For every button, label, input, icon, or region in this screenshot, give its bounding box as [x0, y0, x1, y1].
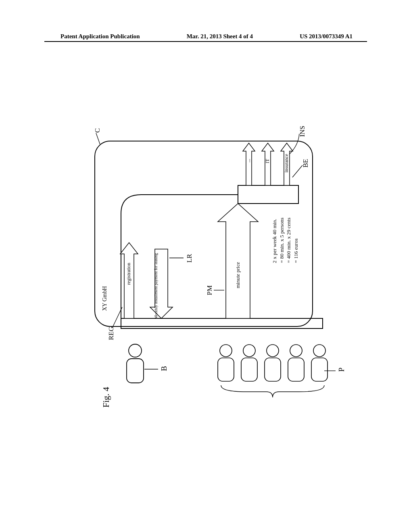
arrow-dots — [243, 143, 255, 185]
label-be: BE — [302, 159, 310, 168]
svg-point-6 — [267, 345, 279, 357]
svg-rect-5 — [241, 358, 257, 381]
svg-point-8 — [290, 345, 302, 357]
label-p: P — [337, 368, 346, 372]
leader-c — [96, 133, 100, 144]
text-dots: ... — [246, 159, 252, 162]
label-lr: LR — [186, 254, 194, 263]
leader-be — [292, 165, 302, 177]
figure-label: Fig. 4 — [101, 387, 111, 407]
svg-rect-1 — [127, 359, 144, 383]
text-minute-price: minute price — [235, 262, 241, 288]
label-reg: REG — [107, 326, 115, 340]
text-leasing: Monthly installment payment for leasing — [154, 253, 159, 319]
company-name: XY GmbH — [102, 286, 108, 311]
header-right: US 2013/0073349 A1 — [300, 33, 353, 40]
text-it: IT — [265, 159, 271, 163]
label-b: B — [160, 366, 169, 371]
figure-canvas: XY GmbH C registration Monthly installme… — [0, 60, 413, 463]
text-registration: registration — [126, 263, 132, 285]
text-insurance: insurance — [284, 154, 290, 172]
connector-curve — [121, 195, 238, 320]
svg-point-2 — [220, 345, 232, 357]
svg-rect-11 — [311, 358, 327, 381]
services-box — [238, 185, 298, 204]
svg-rect-7 — [265, 358, 281, 381]
persons-group — [218, 345, 327, 381]
calculation-block: 2 x per week 40 min. = 80 min. x 5 perso… — [271, 218, 299, 263]
label-c: C — [94, 128, 102, 133]
operator-b — [127, 344, 144, 383]
label-pm: PM — [206, 285, 214, 295]
brace-p — [221, 385, 324, 397]
diagram-svg — [0, 60, 413, 463]
header-left: Patent Application Publication — [60, 33, 140, 40]
label-ins: INS — [298, 126, 307, 137]
svg-rect-9 — [288, 358, 304, 381]
svg-point-4 — [243, 345, 255, 357]
arrow-minute-price — [218, 204, 258, 318]
svg-rect-3 — [218, 358, 234, 381]
svg-point-10 — [313, 345, 325, 357]
header-rule — [44, 41, 367, 42]
arrow-it — [262, 143, 274, 185]
platform-bar — [121, 318, 323, 328]
header-center: Mar. 21, 2013 Sheet 4 of 4 — [187, 33, 253, 40]
svg-point-0 — [129, 344, 142, 357]
